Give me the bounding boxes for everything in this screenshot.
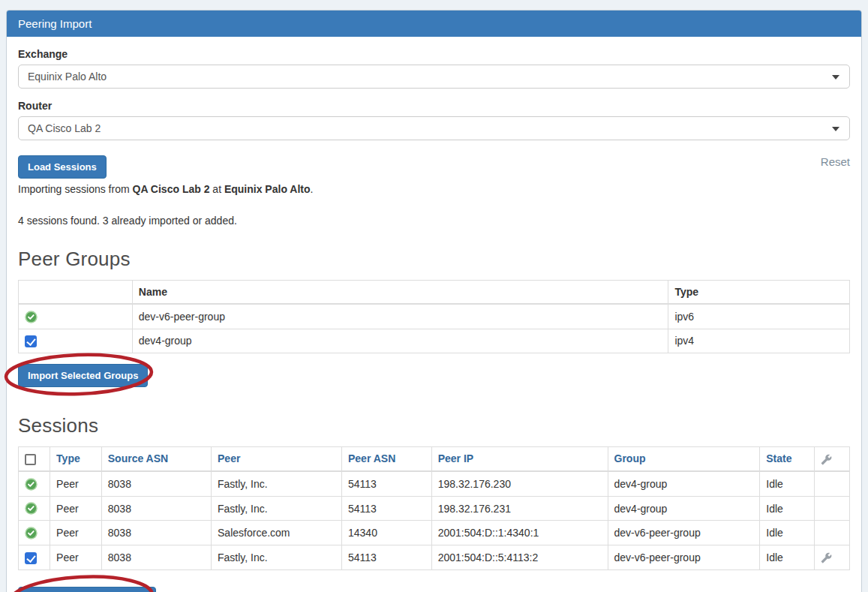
session-state: Idle — [760, 545, 815, 569]
sessions-group-column-header[interactable]: Group — [608, 447, 760, 471]
session-peer-ip: 198.32.176.231 — [431, 496, 608, 521]
session-state: Idle — [760, 521, 815, 545]
load-sessions-button[interactable]: Load Sessions — [18, 155, 107, 179]
already-imported-check-icon — [25, 311, 38, 323]
session-source-asn: 8038 — [101, 545, 211, 569]
session-peer-ip: 2001:504:D::5:4113:2 — [431, 545, 608, 569]
session-peer-ip: 2001:504:D::1:4340:1 — [431, 521, 608, 545]
peering-import-panel: Peering Import Exchange Equinix Palo Alt… — [6, 10, 862, 592]
already-imported-check-icon — [25, 478, 38, 491]
peer-groups-table: Name Type dev-v6-peer-group ipv6 dev4-gr… — [18, 280, 850, 353]
peer-groups-type-column-header: Type — [668, 281, 850, 305]
peer-group-type: ipv4 — [668, 329, 850, 353]
session-type: Peer — [50, 521, 102, 545]
session-group: dev4-group — [608, 471, 760, 496]
importing-exchange-name: Equinix Palo Alto — [224, 183, 311, 195]
session-group: dev-v6-peer-group — [608, 545, 760, 569]
table-row: Peer 8038 Fastly, Inc. 54113 198.32.176.… — [19, 496, 850, 521]
session-state: Idle — [760, 496, 815, 521]
session-source-asn: 8038 — [101, 496, 211, 521]
importing-status-text: Importing sessions from QA Cisco Lab 2 a… — [18, 183, 850, 195]
table-row: Peer 8038 Fastly, Inc. 54113 198.32.176.… — [19, 471, 850, 496]
session-peer: Fastly, Inc. — [212, 471, 342, 496]
session-type: Peer — [50, 545, 102, 569]
sessions-peer-column-header[interactable]: Peer — [212, 447, 342, 471]
session-source-asn: 8038 — [101, 471, 211, 496]
chevron-down-icon — [832, 75, 839, 80]
router-label: Router — [18, 100, 850, 112]
reset-link-top[interactable]: Reset — [821, 155, 850, 168]
peer-groups-heading: Peer Groups — [18, 248, 850, 271]
already-imported-check-icon — [25, 502, 38, 515]
sessions-state-column-header[interactable]: State — [760, 447, 815, 471]
session-peer-asn: 54113 — [341, 545, 431, 569]
peer-groups-header-row: Name Type — [19, 281, 850, 305]
wrench-icon[interactable] — [821, 552, 832, 563]
session-checkbox-checked[interactable] — [25, 552, 37, 564]
sessions-peer-asn-column-header[interactable]: Peer ASN — [341, 447, 431, 471]
session-source-asn: 8038 — [101, 521, 211, 545]
session-peer: Salesforce.com — [212, 521, 342, 545]
import-selected-sessions-button[interactable]: Import Selected Sessions — [18, 587, 156, 592]
session-peer: Fastly, Inc. — [212, 545, 342, 569]
router-selected-value: QA Cisco Lab 2 — [28, 122, 101, 134]
exchange-selected-value: Equinix Palo Alto — [28, 71, 107, 83]
session-group: dev4-group — [608, 496, 760, 521]
table-row: dev4-group ipv4 — [19, 329, 850, 353]
importing-router-name: QA Cisco Lab 2 — [133, 183, 210, 195]
panel-body: Exchange Equinix Palo Alto Router QA Cis… — [7, 37, 861, 592]
session-group: dev-v6-peer-group — [608, 521, 760, 545]
peer-groups-status-column-header — [19, 281, 133, 305]
peer-group-name: dev-v6-peer-group — [132, 304, 668, 329]
sessions-table: Type Source ASN Peer Peer ASN Peer IP Gr… — [18, 446, 850, 569]
session-peer-asn: 14340 — [341, 521, 431, 545]
table-row: Peer 8038 Salesforce.com 14340 2001:504:… — [19, 521, 850, 545]
router-select[interactable]: QA Cisco Lab 2 — [18, 116, 850, 140]
exchange-select[interactable]: Equinix Palo Alto — [18, 65, 850, 89]
session-state: Idle — [760, 471, 815, 496]
load-action-row: Load Sessions Reset — [18, 155, 850, 179]
select-all-checkbox[interactable] — [25, 454, 36, 465]
session-type: Peer — [50, 471, 102, 496]
sessions-peer-ip-column-header[interactable]: Peer IP — [431, 447, 608, 471]
import-selected-groups-button[interactable]: Import Selected Groups — [18, 364, 148, 387]
router-form-group: Router QA Cisco Lab 2 — [18, 100, 850, 140]
already-imported-check-icon — [25, 527, 38, 539]
exchange-label: Exchange — [18, 48, 850, 60]
sessions-type-column-header[interactable]: Type — [50, 447, 102, 471]
peer-group-name: dev4-group — [132, 329, 668, 353]
panel-title: Peering Import — [7, 11, 861, 37]
wrench-icon — [821, 454, 832, 465]
bottom-action-row: Import Selected Sessions Reset — [18, 587, 850, 592]
sessions-found-summary: 4 sessions found. 3 already imported or … — [18, 215, 850, 227]
session-peer: Fastly, Inc. — [212, 496, 342, 521]
table-row: Peer 8038 Fastly, Inc. 54113 2001:504:D:… — [19, 545, 850, 569]
sessions-header-row: Type Source ASN Peer Peer ASN Peer IP Gr… — [19, 447, 850, 471]
chevron-down-icon — [832, 127, 839, 131]
sessions-heading: Sessions — [18, 414, 850, 437]
session-peer-ip: 198.32.176.230 — [431, 471, 608, 496]
session-peer-asn: 54113 — [341, 471, 431, 496]
session-peer-asn: 54113 — [341, 496, 431, 521]
peer-group-checkbox-checked[interactable] — [25, 335, 37, 347]
session-type: Peer — [50, 496, 102, 521]
exchange-form-group: Exchange Equinix Palo Alto — [18, 48, 850, 89]
peer-group-type: ipv6 — [668, 304, 850, 329]
peer-groups-name-column-header: Name — [132, 281, 668, 305]
table-row: dev-v6-peer-group ipv6 — [19, 304, 850, 329]
sessions-source-asn-column-header[interactable]: Source ASN — [101, 447, 211, 471]
